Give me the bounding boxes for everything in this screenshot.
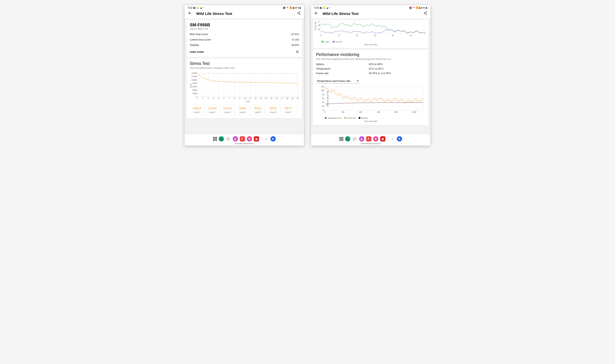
status-photo-icon: ▦: [193, 6, 195, 9]
back-button[interactable]: [314, 11, 318, 16]
camera-app-icon[interactable]: ◉: [254, 136, 259, 142]
nav-handle[interactable]: [361, 143, 380, 144]
svg-text:10,000: 10,000: [191, 79, 197, 81]
messages-app-icon[interactable]: 💬: [352, 136, 357, 142]
metric-dropdown[interactable]: Temperature and Frame rate ▾: [316, 78, 360, 84]
svg-text:14,000: 14,000: [191, 72, 197, 74]
phone-app-icon[interactable]: 📞: [345, 136, 350, 142]
svg-text:8: 8: [234, 97, 235, 99]
svg-text:13: 13: [260, 97, 262, 99]
status-bulb-icon: 💡: [323, 6, 326, 9]
performance-card: Performance monitoring See what was happ…: [313, 49, 429, 125]
signal-icon: ▮: [293, 6, 294, 9]
loop-tile[interactable]: 9033Loop 6: [266, 105, 280, 115]
loop-score-tiles[interactable]: 13619Loop 111254Loop 210219Loop 39396Loo…: [190, 105, 299, 115]
loop-tile[interactable]: 10219Loop 3: [220, 105, 234, 115]
settings-app-icon[interactable]: ⚙: [271, 136, 276, 142]
battery-value: 92% to 83%: [369, 63, 383, 65]
svg-text:120: 120: [321, 86, 324, 88]
perf-subtitle: See what was happening inside your devic…: [316, 58, 425, 60]
page-title: Wild Life Stress Test: [196, 12, 292, 16]
svg-text:8,000: 8,000: [192, 82, 197, 84]
browser-app-icon[interactable]: ◐: [359, 136, 364, 142]
svg-text:100: 100: [317, 21, 320, 22]
loop-score-label: Loop 2: [206, 111, 218, 113]
best-loop-label: Best loop score: [190, 33, 208, 36]
svg-text:60: 60: [322, 97, 324, 99]
stability-value: 59.8%: [291, 43, 299, 46]
gallery-app-icon[interactable]: ✱: [373, 136, 378, 142]
loop-tile[interactable]: 13619Loop 1: [190, 105, 204, 115]
battery-icon: ▮: [426, 6, 427, 9]
stability-label: Stability: [190, 43, 199, 46]
dropdown-label: Temperature and Frame rate: [317, 79, 350, 82]
share-button[interactable]: [423, 11, 427, 16]
loop-score-label: Loop 4: [237, 111, 248, 113]
recent-app-1-icon[interactable]: ⊙: [263, 136, 269, 142]
browser-app-icon[interactable]: ◐: [233, 136, 238, 142]
app-drawer-icon[interactable]: [213, 137, 217, 141]
loop-score-value: 13619: [191, 107, 203, 110]
app-drawer-icon[interactable]: [340, 137, 343, 141]
svg-text:4,000: 4,000: [192, 89, 197, 91]
svg-text:6: 6: [223, 97, 224, 99]
fr-x-axis-label: Time (seconds): [315, 43, 427, 46]
status-bar: 5:32 ▦ 💡 ◮ • 🔇 📍 📶 ▮ 83% ▮: [185, 5, 304, 10]
lowest-loop-label: Lowest loop score: [190, 38, 211, 41]
gallery-app-icon[interactable]: ✱: [247, 136, 252, 142]
loop-tile[interactable]: 8877Loop 7: [281, 105, 296, 115]
status-more-icon: •: [329, 6, 330, 9]
loop-tile[interactable]: 9314Loop 5: [251, 105, 265, 115]
svg-text:20: 20: [297, 97, 299, 99]
svg-text:0: 0: [323, 109, 324, 111]
location-icon: 📍: [412, 6, 415, 9]
legend-fr: Frame rate: [344, 117, 356, 119]
svg-text:12,000: 12,000: [191, 76, 197, 78]
battery-label: Battery: [316, 63, 369, 65]
svg-text:1,000: 1,000: [412, 111, 416, 113]
phone-app-icon[interactable]: 📞: [219, 136, 224, 142]
app-bar: Wild Life Stress Test: [311, 10, 430, 18]
y-axis-label: Score: [190, 83, 192, 88]
camera-app-icon[interactable]: ◉: [380, 136, 385, 142]
back-button[interactable]: [188, 11, 192, 16]
wifi-icon: 📶: [289, 6, 292, 9]
signal-icon: ▮: [419, 6, 420, 9]
svg-text:100: 100: [321, 90, 324, 91]
loop-score-value: 9033: [267, 107, 279, 110]
taskbar: 📞 💬 ◐ F ✱ ◉ ⊙ ⚙: [185, 134, 304, 143]
loop-score-label: Loop 1: [191, 111, 203, 113]
svg-text:0: 0: [196, 96, 197, 98]
loop-score-value: 10219: [221, 107, 233, 110]
settings-app-icon[interactable]: ⚙: [397, 136, 402, 142]
svg-text:3: 3: [208, 97, 209, 99]
loop-tile[interactable]: 11254Loop 2: [205, 105, 219, 115]
temperature-value: 32°C to 40°C: [369, 67, 384, 70]
loop-tile[interactable]: 9396Loop 4: [235, 105, 250, 115]
x-axis-label: Loop: [246, 100, 250, 102]
device-name: SM-F956B: [190, 22, 299, 27]
svg-text:0: 0: [324, 111, 325, 113]
flipboard-app-icon[interactable]: F: [366, 136, 371, 142]
summary-card: SM-F956B July 12, 2024 17:32 Best loop s…: [186, 19, 302, 57]
status-time: 5:32: [188, 6, 192, 9]
taskbar-separator: [387, 137, 388, 141]
messages-app-icon[interactable]: 💬: [226, 136, 231, 142]
taskbar: 📞 💬 ◐ F ✱ ◉ ⊙ ⚙: [311, 134, 430, 143]
svg-text:15: 15: [270, 97, 273, 99]
svg-text:600: 600: [377, 111, 380, 113]
svg-text:17: 17: [281, 97, 283, 99]
wifi-icon: 📶: [416, 6, 419, 9]
perf-title: Performance monitoring: [316, 52, 425, 57]
loop-score-value: 9396: [237, 107, 248, 110]
share-button[interactable]: [297, 11, 301, 16]
best-loop-value: 13 619: [291, 33, 299, 36]
svg-text:20: 20: [322, 105, 324, 107]
svg-text:6,000: 6,000: [192, 86, 197, 88]
share-summary-button[interactable]: [295, 50, 299, 54]
status-image-icon: ◮: [326, 6, 328, 9]
flipboard-app-icon[interactable]: F: [240, 136, 245, 142]
user-guide-link[interactable]: USER GUIDE: [190, 51, 204, 53]
recent-app-1-icon[interactable]: ⊙: [390, 136, 395, 142]
nav-handle[interactable]: [235, 143, 254, 144]
